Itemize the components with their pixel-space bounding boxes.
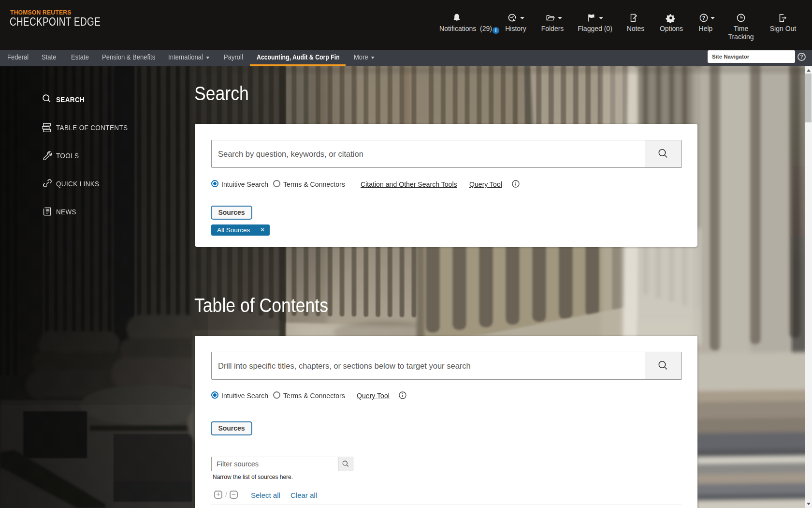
svg-text:?: ? — [702, 15, 705, 21]
